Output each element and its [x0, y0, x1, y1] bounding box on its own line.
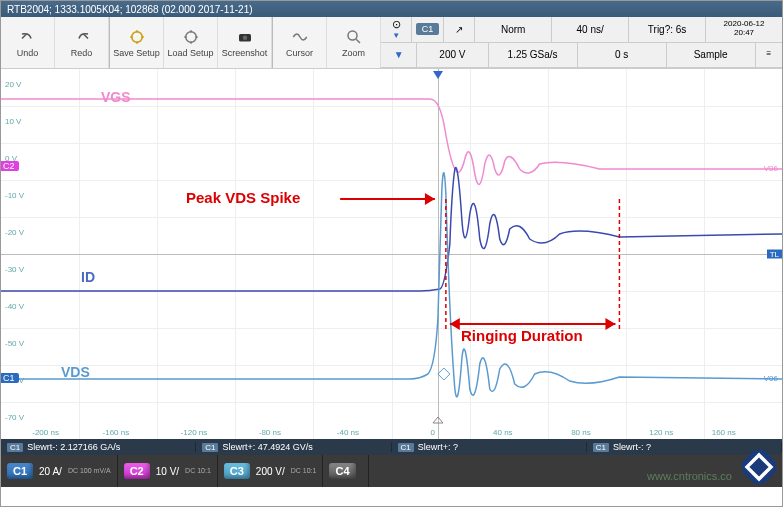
load-setup-button[interactable]: Load Setup	[164, 17, 218, 68]
redo-label: Redo	[71, 48, 93, 58]
undo-label: Undo	[17, 48, 39, 58]
cursor-button[interactable]: Cursor	[273, 17, 327, 68]
trigger-edge[interactable]: ↗	[443, 17, 474, 42]
measure-3[interactable]: C1 Slewrt+: ?	[392, 442, 587, 452]
undo-button[interactable]: Undo	[1, 17, 55, 68]
c4-badge: C4	[329, 463, 355, 479]
x-tick: -160 ns	[103, 428, 130, 437]
y-tick: -40 V	[5, 302, 24, 311]
c1-marker: C1	[1, 373, 19, 383]
toolbar: Undo Redo Save Setup Load Setup Screensh…	[1, 17, 381, 68]
trigger-level-marker[interactable]: ▼	[381, 43, 416, 68]
y-tick: -70 V	[5, 413, 24, 422]
measurement-bar: C1 Slewrt-: 2.127166 GA/s C1 Slewrt+: 47…	[1, 439, 782, 455]
trigger-bottom-marker[interactable]	[431, 415, 445, 427]
tl-marker: TL	[767, 250, 782, 259]
sample-rate[interactable]: 1.25 GSa/s	[488, 43, 577, 68]
c2-marker: C2	[1, 161, 19, 171]
svg-point-0	[131, 31, 142, 42]
rs-logo-icon	[742, 450, 776, 484]
peak-annotation: Peak VDS Spike	[186, 189, 300, 206]
measure-1[interactable]: C1 Slewrt-: 2.127166 GA/s	[1, 442, 196, 452]
watermark: www.cntronics.co	[647, 470, 732, 482]
screenshot-button[interactable]: Screenshot	[218, 17, 272, 68]
redo-button[interactable]: Redo	[55, 17, 109, 68]
x-tick: 80 ns	[571, 428, 591, 437]
timestamp: 2020-06-12 20:47	[705, 17, 782, 42]
trigger-panel: ⊙ ▼ C1 ↗ Norm 40 ns/ Trig?: 6s 2020-06-1…	[381, 17, 782, 68]
y-tick: -10 V	[5, 191, 24, 200]
trigger-position-marker[interactable]	[431, 69, 445, 85]
vds-label: VDS	[61, 364, 90, 380]
channel-3[interactable]: C3 200 V/ DC 10:1	[218, 455, 324, 487]
c3-badge: C3	[224, 463, 250, 479]
title-bar: RTB2004; 1333.1005K04; 102868 (02.000 20…	[1, 1, 782, 17]
id-label: ID	[81, 269, 95, 285]
screenshot-label: Screenshot	[222, 48, 268, 58]
x-tick: -80 ns	[259, 428, 281, 437]
svg-point-1	[185, 31, 196, 42]
svg-point-4	[348, 31, 357, 40]
y-tick: 20 V	[5, 80, 21, 89]
ringing-annotation: Ringing Duration	[461, 327, 583, 344]
app-title: RTB2004; 1333.1005K04; 102868 (02.000 20…	[7, 4, 253, 15]
menu-icon[interactable]: ≡	[755, 43, 782, 68]
channel-4[interactable]: C4	[323, 455, 368, 487]
x-tick: 40 ns	[493, 428, 513, 437]
y-tick: -20 V	[5, 228, 24, 237]
channel-1[interactable]: C1 20 A/ DC 100 mV/A	[1, 455, 118, 487]
trigger-vdiv[interactable]: 200 V	[416, 43, 487, 68]
v06-bot: V06	[764, 374, 778, 383]
y-tick: -30 V	[5, 265, 24, 274]
vgs-label: VGS	[101, 89, 131, 105]
load-setup-label: Load Setup	[167, 48, 213, 58]
x-tick: 120 ns	[649, 428, 673, 437]
x-tick: 160 ns	[712, 428, 736, 437]
trigger-source[interactable]: C1	[411, 17, 442, 42]
zoom-label: Zoom	[342, 48, 365, 58]
trigger-offset-button[interactable]: ⊙ ▼	[381, 17, 411, 42]
cursor-label: Cursor	[286, 48, 313, 58]
c2-badge: C2	[124, 463, 150, 479]
x-tick: -120 ns	[181, 428, 208, 437]
x-tick: -200 ns	[32, 428, 59, 437]
y-tick: 10 V	[5, 117, 21, 126]
trigger-status: Trig?: 6s	[628, 17, 705, 42]
save-setup-label: Save Setup	[113, 48, 160, 58]
channel-2[interactable]: C2 10 V/ DC 10:1	[118, 455, 218, 487]
save-setup-button[interactable]: Save Setup	[110, 17, 164, 68]
timebase[interactable]: 40 ns/	[551, 17, 628, 42]
trigger-mode[interactable]: Norm	[474, 17, 551, 42]
measure-2[interactable]: C1 Slewrt+: 47.4924 GV/s	[196, 442, 391, 452]
x-tick: 0	[431, 428, 435, 437]
acq-mode[interactable]: Sample	[666, 43, 755, 68]
x-tick: -40 ns	[337, 428, 359, 437]
svg-point-3	[242, 35, 247, 40]
c1-badge: C1	[7, 463, 33, 479]
zoom-button[interactable]: Zoom	[327, 17, 381, 68]
top-row: Undo Redo Save Setup Load Setup Screensh…	[1, 17, 782, 69]
v06-top: V06	[764, 164, 778, 173]
plot-area[interactable]: 20 V 10 V 0 V -10 V -20 V -30 V -40 V -5…	[1, 69, 782, 439]
y-tick: -50 V	[5, 339, 24, 348]
delay[interactable]: 0 s	[577, 43, 666, 68]
